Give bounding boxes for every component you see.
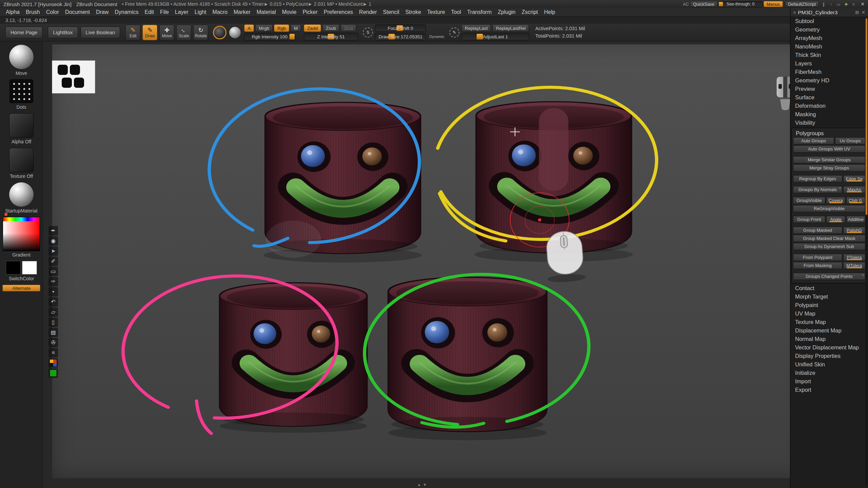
cylinder-model-bottom-left[interactable] xyxy=(219,283,367,426)
material-thumbnail[interactable] xyxy=(9,182,34,207)
strip-marquee-button[interactable]: ▭ xyxy=(48,267,58,276)
panel-item-geometry-hd[interactable]: Geometry HD xyxy=(790,76,868,85)
quick-pick-swatch[interactable] xyxy=(62,78,72,88)
menu-alpha[interactable]: Alpha xyxy=(3,8,23,17)
alternate-button[interactable]: Alternate xyxy=(2,285,40,291)
pg-group-as-dynamesh-sub-button[interactable]: Group As Dynamesh Sub xyxy=(793,243,865,250)
alpha-thumbnail[interactable] xyxy=(9,113,34,138)
remove-view-icon[interactable]: ✕ xyxy=(850,1,856,7)
current-brush-icon[interactable] xyxy=(213,26,226,39)
strip-eraser-button[interactable]: ▱ xyxy=(48,307,58,317)
panel-item-export[interactable]: Export xyxy=(790,386,868,394)
panel-item-nanomesh[interactable]: NanoMesh xyxy=(790,42,868,51)
dynamic-label[interactable]: Dynamic xyxy=(429,35,445,39)
pg-polishg-button[interactable]: PolishG xyxy=(843,227,865,234)
menu-light[interactable]: Light xyxy=(192,8,210,17)
quick-pick-swatch[interactable] xyxy=(70,65,80,75)
panel-item-layers[interactable]: Layers xyxy=(790,59,868,68)
home-page-button[interactable]: Home Page xyxy=(5,27,42,38)
pg-clstr-0-button[interactable]: Clstr 0. xyxy=(846,197,865,204)
focal-shift-slider[interactable]: Focal Shift 0 xyxy=(375,24,426,32)
document-canvas[interactable] xyxy=(52,44,808,479)
menu-dynamics[interactable]: Dynamics xyxy=(112,8,141,17)
rgb-intensity-slider[interactable]: Rgb Intensity 100 xyxy=(244,33,295,40)
panel-item-subtool[interactable]: Subtool xyxy=(790,17,868,25)
panel-item-initialize[interactable]: Initialize xyxy=(790,369,868,377)
quick-pick-panel[interactable] xyxy=(52,60,95,94)
pg-ptolera-button[interactable]: PTolera xyxy=(843,254,865,261)
panel-item-surface[interactable]: Surface xyxy=(790,93,868,102)
strip-brush-button[interactable]: ✑ xyxy=(48,277,58,286)
menu-material[interactable]: Material xyxy=(254,8,279,17)
strip-green-swatch-button[interactable] xyxy=(48,368,58,378)
panel-item-unified-skin[interactable]: Unified Skin xyxy=(790,360,868,369)
pg-regroupvisible-button[interactable]: ReGroupVisible xyxy=(793,205,865,212)
zcut-button[interactable]: Zcut xyxy=(341,24,356,32)
pg-mtolera-button[interactable]: MTolera xyxy=(843,262,865,269)
panel-item-preview[interactable]: Preview xyxy=(790,85,868,93)
menu-transform[interactable]: Transform xyxy=(464,8,495,17)
see-through-slider[interactable]: See-through: 0 xyxy=(718,1,763,7)
viewport[interactable]: ✒◉➤✐▭✑•↶▱▯▤✇≡ ▲ ▼ xyxy=(43,41,823,488)
saturation-square[interactable] xyxy=(3,221,40,251)
mrgb-button[interactable]: Mrgb xyxy=(255,24,273,32)
strip-pencil-button[interactable]: ✐ xyxy=(48,257,58,266)
texture-thumbnail[interactable] xyxy=(9,148,34,172)
panel-item-deformation[interactable]: Deformation xyxy=(790,102,868,110)
hue-bar[interactable] xyxy=(3,217,40,221)
menu-brush[interactable]: Brush xyxy=(23,8,43,17)
strip-undo-button[interactable]: ↶ xyxy=(48,297,58,307)
window-icon[interactable]: ▭ xyxy=(835,1,842,7)
panel-item-displacement-map[interactable]: Displacement Map xyxy=(790,326,868,335)
cylinder-model-bottom-right[interactable] xyxy=(388,277,547,432)
edit-button[interactable]: ✎ Edit xyxy=(125,25,140,40)
pg-auto-groups-with-uv-button[interactable]: Auto Groups With UV xyxy=(793,145,865,152)
strip-print-button[interactable]: ▤ xyxy=(48,328,58,337)
close-window-icon[interactable]: ✕ xyxy=(861,1,865,7)
adjust-last-slider[interactable]: AdjustLast 1 xyxy=(461,33,529,40)
panel-item-display-properties[interactable]: Display Properties xyxy=(790,352,868,360)
dots-thumbnail[interactable] xyxy=(9,79,33,103)
pg-group-front-button[interactable]: Group Front xyxy=(793,216,825,223)
panel-item-thick-skin[interactable]: Thick Skin xyxy=(790,51,868,59)
z-intensity-slider[interactable]: Z Intensity 51 xyxy=(304,33,358,40)
close-tray-icon[interactable]: ✕ xyxy=(862,10,865,15)
menu-zscript[interactable]: Zscript xyxy=(518,8,541,17)
pg-merge-similar-groups-button[interactable]: Merge Similar Groups xyxy=(793,156,865,163)
strip-notes-button[interactable]: ≡ xyxy=(48,348,58,358)
zsub-button[interactable]: Zsub xyxy=(322,24,339,32)
menu-stroke[interactable]: Stroke xyxy=(402,8,424,17)
draw-size-slider[interactable]: Draw Size 172.05351 xyxy=(375,33,426,40)
strip-dot-button[interactable]: • xyxy=(48,287,58,297)
menu-texture[interactable]: Texture xyxy=(424,8,448,17)
pg-groups-by-normals-button[interactable]: Groups By Normals xyxy=(793,186,842,193)
zscript-button[interactable]: DefaultZScript xyxy=(785,1,819,7)
panel-item-morph-target[interactable]: Morph Target xyxy=(790,292,868,301)
panel-item-import[interactable]: Import xyxy=(790,377,868,386)
strip-pick-cursor-button[interactable]: ➤ xyxy=(48,246,58,256)
current-material-icon[interactable] xyxy=(229,26,241,39)
panel-item-geometry[interactable]: Geometry xyxy=(790,25,868,34)
sculpt-scene[interactable] xyxy=(52,44,807,478)
pg-uv-groups-button[interactable]: Uv Groups xyxy=(835,137,865,144)
replay-stroke-icon[interactable]: ✎ xyxy=(449,27,459,38)
panel-item-polypaint[interactable]: Polypaint xyxy=(790,301,868,309)
replay-last-rel-button[interactable]: ReplayLastRel xyxy=(492,24,529,32)
strip-color-swatches-button[interactable] xyxy=(48,358,58,368)
menu-stencil[interactable]: Stencil xyxy=(380,8,402,17)
pg-groupvisible-button[interactable]: GroupVisible xyxy=(793,197,825,204)
quick-pick-swatch[interactable] xyxy=(58,65,68,75)
m-button[interactable]: M xyxy=(291,24,301,32)
pg-from-masking-button[interactable]: From Masking xyxy=(793,262,842,269)
menu-picker[interactable]: Picker xyxy=(299,8,320,17)
zadd-button[interactable]: Zadd xyxy=(304,24,321,32)
pg-maxan-button[interactable]: MaxAn xyxy=(843,186,865,193)
panel-item-texture-map[interactable]: Texture Map xyxy=(790,318,868,326)
panel-item-fibermesh[interactable]: FiberMesh xyxy=(790,68,868,76)
menu-render[interactable]: Render xyxy=(356,8,380,17)
pg-auto-groups-button[interactable]: Auto Groups xyxy=(793,137,834,144)
scroll-down-icon[interactable]: ▼ xyxy=(423,483,427,487)
panel-item-normal-map[interactable]: Normal Map xyxy=(790,335,868,343)
menu-layer[interactable]: Layer xyxy=(172,8,192,17)
menu-zplugin[interactable]: Zplugin xyxy=(495,8,518,17)
